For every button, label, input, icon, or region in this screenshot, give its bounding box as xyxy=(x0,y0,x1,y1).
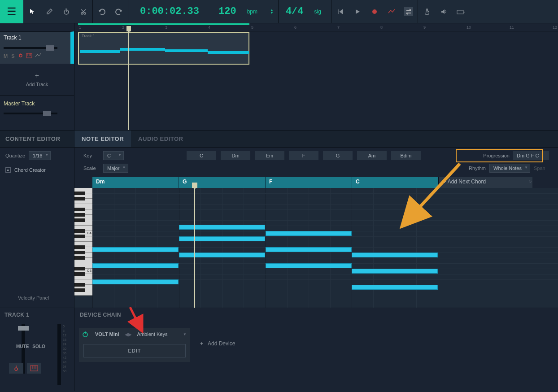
meter-scale: 06121824303642485460 xyxy=(63,324,66,374)
play-button[interactable] xyxy=(353,7,362,16)
metronome-icon[interactable] xyxy=(423,7,432,16)
add-device-button[interactable]: + Add Device xyxy=(200,340,235,347)
chord-button-dm[interactable]: Dm xyxy=(221,151,250,160)
menu-icon: ☰ xyxy=(7,5,17,18)
chord-button-em[interactable]: Em xyxy=(255,151,284,160)
pencil-tool[interactable] xyxy=(45,7,54,16)
playhead[interactable] xyxy=(126,26,131,31)
edit-device-button[interactable]: EDIT xyxy=(83,344,186,357)
track-name: Track 1 xyxy=(4,35,67,41)
midi-note[interactable] xyxy=(179,236,265,241)
midi-note[interactable] xyxy=(92,247,179,252)
midi-icon[interactable] xyxy=(457,7,466,16)
svg-point-7 xyxy=(372,9,377,14)
svg-point-16 xyxy=(15,368,17,370)
midi-note[interactable] xyxy=(266,247,352,252)
tempo-spinner[interactable]: ▲▼ xyxy=(270,9,274,14)
track-midi-button[interactable] xyxy=(26,53,32,59)
scale-select[interactable]: Major xyxy=(103,164,128,173)
track-automation-button[interactable] xyxy=(35,53,41,59)
level-meter xyxy=(57,324,61,385)
chord-slot-dm[interactable]: Dm xyxy=(92,177,179,188)
midi-note[interactable] xyxy=(92,279,179,284)
midi-clip[interactable]: Track 1 xyxy=(78,32,249,65)
content-editor-header: CONTENT EDITOR xyxy=(0,131,74,148)
midi-note[interactable] xyxy=(266,231,352,236)
note-grid[interactable] xyxy=(92,188,558,308)
preset-name: Ambient Keys xyxy=(134,331,171,337)
quantize-label: Quantize xyxy=(5,153,25,158)
chord-button-g[interactable]: G xyxy=(323,151,353,160)
progression-input[interactable]: Dm G F C xyxy=(513,151,549,160)
quantize-select[interactable]: 1/16 xyxy=(29,151,51,160)
preset-prev-next[interactable]: ◀▶ xyxy=(123,332,134,337)
undo-button[interactable] xyxy=(97,7,106,16)
skip-back-button[interactable] xyxy=(336,7,345,16)
loop-button[interactable] xyxy=(404,7,413,16)
midi-note[interactable] xyxy=(352,269,438,274)
midi-note[interactable] xyxy=(179,253,265,257)
master-track[interactable]: Master Track xyxy=(0,95,74,120)
timesig-unit: sig xyxy=(314,9,327,15)
time-display[interactable]: 0:00:02.33 xyxy=(133,6,206,17)
track-volume-slider[interactable] xyxy=(4,45,57,51)
device-chain-header: DEVICE CHAIN xyxy=(74,308,558,322)
mute-button[interactable]: MUTE xyxy=(16,344,29,349)
record-button[interactable] xyxy=(370,7,379,16)
device-name: VOLT Mini xyxy=(92,331,123,337)
add-track-button[interactable]: + Add Track xyxy=(0,64,74,95)
tab-note-editor[interactable]: NOTE EDITOR xyxy=(74,131,131,147)
midi-note[interactable] xyxy=(179,225,265,230)
scissors-tool[interactable] xyxy=(79,7,88,16)
key-select[interactable]: C xyxy=(103,151,124,160)
span-label: Span xyxy=(534,166,549,171)
midi-note[interactable] xyxy=(266,263,352,268)
track-mixer-header: TRACK 1 xyxy=(0,308,74,322)
svg-point-4 xyxy=(84,13,86,14)
piano-roll-playhead[interactable] xyxy=(194,188,195,308)
rhythm-label: Rhythm xyxy=(469,166,486,171)
track-item[interactable]: Track 1 M S xyxy=(0,31,74,64)
instrument-device[interactable]: VOLT Mini ◀▶ Ambient Keys ▼ EDIT xyxy=(79,328,190,362)
chord-button-am[interactable]: Am xyxy=(357,151,387,160)
midi-note[interactable] xyxy=(352,285,438,290)
track-record-button[interactable] xyxy=(18,53,23,59)
chord-button-c[interactable]: C xyxy=(187,151,216,160)
redo-button[interactable] xyxy=(114,7,123,16)
timer-tool[interactable] xyxy=(62,7,71,16)
piano-keyboard[interactable]: C4C3 xyxy=(74,188,92,308)
chord-button-bdim[interactable]: Bdim xyxy=(391,151,421,160)
midi-input-button[interactable] xyxy=(27,363,41,374)
chord-button-f[interactable]: F xyxy=(289,151,318,160)
main-menu-button[interactable]: ☰ xyxy=(0,0,23,23)
solo-button[interactable]: SOLO xyxy=(32,344,45,349)
tempo-value[interactable]: 120 xyxy=(216,6,239,17)
midi-note[interactable] xyxy=(352,253,438,257)
preset-dropdown[interactable]: ▼ xyxy=(183,332,187,336)
plus-icon: + xyxy=(200,340,203,347)
master-volume-slider[interactable] xyxy=(4,111,57,116)
midi-note[interactable] xyxy=(92,263,179,268)
record-arm-button[interactable] xyxy=(9,363,23,374)
tempo-unit: bpm xyxy=(247,9,260,15)
arrangement-ruler[interactable]: 1 2 3 4 5 6 7 8 9 10 11 12 xyxy=(74,23,558,31)
timesig-value[interactable]: 4/4 xyxy=(283,6,306,17)
track-solo-button[interactable]: S xyxy=(11,53,14,59)
volume-icon[interactable] xyxy=(440,7,449,16)
add-next-chord-button[interactable]: + Add Next Chord xyxy=(438,177,532,188)
svg-rect-8 xyxy=(457,10,463,14)
key-label: Key xyxy=(83,153,99,158)
rhythm-select[interactable]: Whole Notes xyxy=(489,164,530,173)
device-power-button[interactable] xyxy=(79,328,92,340)
automation-icon[interactable] xyxy=(387,7,396,16)
track-mute-button[interactable]: M xyxy=(4,53,8,59)
tab-audio-editor[interactable]: AUDIO EDITOR xyxy=(131,131,190,147)
plus-icon: + xyxy=(0,72,74,80)
chord-slot-f[interactable]: F xyxy=(266,177,352,188)
scale-label: Scale xyxy=(83,166,99,171)
pointer-tool[interactable] xyxy=(28,7,37,16)
checkbox-icon: ▪ xyxy=(5,167,11,173)
chord-slot-c[interactable]: C xyxy=(352,177,438,188)
arrangement-view[interactable]: 1 2 3 4 5 6 7 8 9 10 11 12 Track 1 xyxy=(74,23,558,130)
chord-creator-toggle[interactable]: ▪ Chord Creator xyxy=(0,164,74,176)
